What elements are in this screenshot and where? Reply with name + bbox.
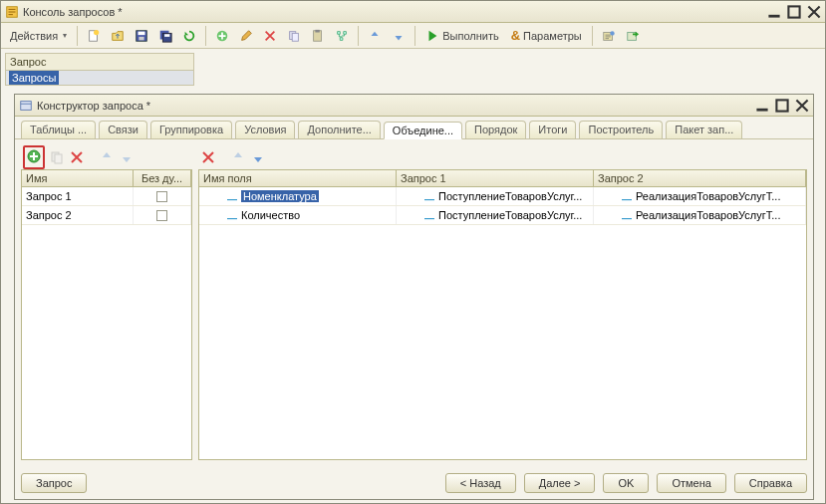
tab-grouping[interactable]: Группировка [150, 121, 232, 138]
tab-unions[interactable]: Объедине... [384, 122, 462, 139]
query-name-cell[interactable]: Запрос 1 [22, 187, 134, 205]
delete-field-icon[interactable] [200, 149, 216, 165]
edit-icon[interactable] [235, 26, 257, 46]
col-q2[interactable]: Запрос 2 [594, 170, 806, 186]
col-field[interactable]: Имя поля [199, 170, 397, 186]
save-as-icon[interactable] [154, 26, 176, 46]
queries-root-item[interactable]: Запросы [9, 71, 59, 85]
queries-header: Запрос [5, 53, 194, 70]
queries-panel: Запрос Запросы [5, 53, 194, 86]
builder-maximize-button[interactable] [775, 99, 789, 113]
builder-titlebar: Конструктор запроса * [15, 95, 813, 117]
add-icon[interactable] [211, 26, 233, 46]
dialog-buttons: Запрос < Назад Далее > OK Отмена Справка [21, 473, 807, 493]
col-q1[interactable]: Запрос 1 [397, 170, 594, 186]
folder-up-icon[interactable] [107, 26, 129, 46]
query-row[interactable]: Запрос 2 [22, 206, 191, 225]
queries-toolbar [21, 145, 192, 169]
execute-button[interactable]: Выполнить [420, 26, 503, 46]
col-name[interactable]: Имя [22, 170, 134, 186]
close-button[interactable] [807, 5, 821, 19]
nodup-checkbox[interactable] [156, 210, 167, 221]
params-label: Параметры [523, 30, 582, 42]
move-down-icon[interactable] [388, 26, 410, 46]
builder-close-button[interactable] [795, 99, 809, 113]
move-field-down-icon[interactable] [250, 149, 266, 165]
main-toolbar: Действия▾ Выполнить & Параметры [1, 23, 825, 49]
q1-cell[interactable]: ПоступлениеТоваровУслуг... [438, 190, 582, 202]
field-name-cell[interactable]: Количество [241, 209, 300, 221]
q2-cell[interactable]: РеализацияТоваровУслугТ... [636, 209, 780, 221]
maximize-button[interactable] [787, 5, 801, 19]
params-button[interactable]: & Параметры [506, 26, 587, 46]
svg-rect-18 [21, 101, 32, 110]
help-button[interactable]: Справка [734, 473, 807, 493]
q2-cell[interactable]: РеализацияТоваровУслугТ... [636, 190, 780, 202]
tab-conditions[interactable]: Условия [235, 121, 295, 138]
settings-icon[interactable] [598, 26, 620, 46]
move-query-up-icon[interactable] [99, 149, 115, 165]
col-nodup[interactable]: Без ду... [134, 170, 191, 186]
move-up-icon[interactable] [364, 26, 386, 46]
refresh-icon[interactable] [178, 26, 200, 46]
fields-grid[interactable]: Имя поля Запрос 1 Запрос 2 Номенклатура … [198, 169, 807, 460]
tab-tables[interactable]: Таблицы ... [21, 121, 96, 138]
copy-icon[interactable] [283, 26, 305, 46]
svg-point-3 [94, 29, 99, 34]
ampersand-icon: & [511, 28, 520, 43]
delete-query-icon[interactable] [69, 149, 85, 165]
execute-label: Выполнить [442, 30, 498, 42]
cancel-button[interactable]: Отмена [657, 473, 725, 493]
tab-links[interactable]: Связи [99, 121, 147, 138]
move-field-up-icon[interactable] [230, 149, 246, 165]
move-query-down-icon[interactable] [119, 149, 135, 165]
svg-rect-12 [292, 33, 298, 41]
tab-builder[interactable]: Построитель [579, 121, 663, 138]
fields-toolbar [198, 145, 807, 169]
builder-minimize-button[interactable] [755, 99, 769, 113]
field-icon [622, 193, 632, 199]
play-icon [425, 29, 439, 43]
tab-totals[interactable]: Итоги [529, 121, 576, 138]
query-name-cell[interactable]: Запрос 2 [22, 206, 134, 224]
titlebar: Консоль запросов * [1, 1, 825, 23]
tabs: Таблицы ... Связи Группировка Условия До… [15, 117, 813, 139]
builder-icon [19, 99, 33, 113]
tab-package[interactable]: Пакет зап... [666, 121, 742, 138]
queries-tree[interactable]: Запросы [5, 70, 194, 86]
copy-query-icon[interactable] [49, 149, 65, 165]
q1-cell[interactable]: ПоступлениеТоваровУслуг... [438, 209, 582, 221]
field-row[interactable]: Количество ПоступлениеТоваровУслуг... Ре… [199, 206, 806, 225]
nodup-checkbox[interactable] [156, 191, 167, 202]
query-builder-window: Конструктор запроса * Таблицы ... Связи … [14, 94, 814, 500]
new-icon[interactable] [83, 26, 105, 46]
save-icon[interactable] [131, 26, 152, 46]
field-icon [424, 212, 434, 218]
export-icon[interactable] [622, 26, 644, 46]
add-query-icon[interactable] [26, 148, 42, 164]
delete-icon[interactable] [259, 26, 281, 46]
paste-icon[interactable] [307, 26, 329, 46]
svg-rect-22 [55, 154, 62, 163]
field-icon [227, 193, 237, 199]
svg-rect-6 [139, 36, 144, 40]
queries-grid[interactable]: Имя Без ду... Запрос 1 Запрос 2 [21, 169, 192, 460]
field-name-cell[interactable]: Номенклатура [241, 190, 319, 202]
svg-rect-5 [138, 31, 145, 35]
actions-menu[interactable]: Действия▾ [5, 26, 72, 46]
minimize-button[interactable] [767, 5, 781, 19]
tab-order[interactable]: Порядок [465, 121, 526, 138]
svg-rect-14 [316, 29, 320, 32]
query-row[interactable]: Запрос 1 [22, 187, 191, 206]
back-button[interactable]: < Назад [445, 473, 516, 493]
ok-button[interactable]: OK [603, 473, 649, 493]
svg-rect-19 [776, 100, 787, 111]
next-button[interactable]: Далее > [524, 473, 596, 493]
builder-title: Конструктор запроса * [37, 100, 755, 112]
tree-icon[interactable] [331, 26, 353, 46]
query-button[interactable]: Запрос [21, 473, 87, 493]
tab-additional[interactable]: Дополните... [298, 121, 380, 138]
app-icon [5, 5, 19, 19]
field-icon [227, 212, 237, 218]
field-row[interactable]: Номенклатура ПоступлениеТоваровУслуг... … [199, 187, 806, 206]
